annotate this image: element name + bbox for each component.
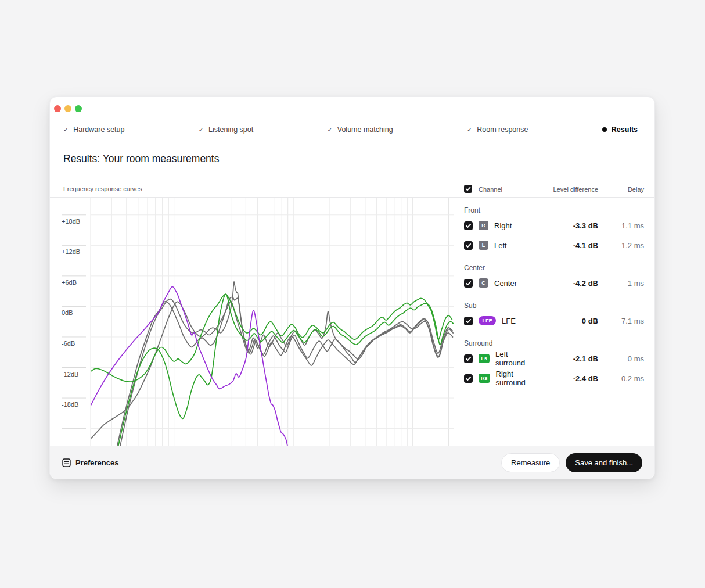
- channel-checkbox[interactable]: [464, 354, 473, 363]
- response-curve-lfe: [91, 286, 290, 446]
- stepper-connector-line: [132, 130, 190, 130]
- y-axis-label: 0dB: [62, 309, 73, 316]
- wizard-stepper: ✓Hardware setup✓Listening spot✓Volume ma…: [50, 120, 654, 139]
- channel-level-difference: -2.4 dB: [543, 374, 598, 383]
- channel-row-left-surround[interactable]: LsLeft surround-2.1 dB0 ms: [454, 349, 654, 368]
- step-done-check-icon: ✓: [328, 127, 333, 133]
- preferences-label: Preferences: [75, 458, 118, 467]
- channel-badge: L: [479, 241, 488, 250]
- channel-checkbox[interactable]: [464, 241, 473, 250]
- footer-bar: Preferences Remeasure Save and finish...: [50, 446, 654, 479]
- y-axis-label: -18dB: [62, 401, 78, 408]
- step-done-check-icon: ✓: [63, 127, 69, 133]
- save-and-finish-button[interactable]: Save and finish...: [566, 453, 642, 472]
- channel-delay: 0 ms: [604, 354, 644, 363]
- frequency-response-panel: Frequency response curves +18dB+12dB+6dB…: [50, 181, 454, 446]
- channel-name: Left surround: [495, 350, 537, 367]
- step-label: Results: [612, 126, 638, 134]
- step-label: Volume matching: [337, 126, 393, 134]
- channels-panel: Channel Level difference Delay FrontRRig…: [454, 181, 654, 446]
- remeasure-button[interactable]: Remeasure: [501, 453, 560, 472]
- chart-panel-header: Frequency response curves: [50, 181, 454, 198]
- step-label: Hardware setup: [73, 126, 124, 134]
- stepper-step-room-response[interactable]: ✓Room response: [467, 126, 528, 134]
- channels-table-header: Channel Level difference Delay: [454, 181, 654, 198]
- channel-name: Right surround: [496, 370, 537, 387]
- footer-actions: Remeasure Save and finish...: [501, 453, 642, 472]
- channel-badge: C: [479, 278, 488, 288]
- channel-group-title-front: Front: [454, 198, 654, 216]
- channel-delay: 1.1 ms: [604, 221, 644, 230]
- window-zoom-button[interactable]: [75, 105, 82, 112]
- level-difference-column-header: Level difference: [543, 186, 598, 193]
- channel-delay: 7.1 ms: [604, 317, 644, 325]
- channel-badge: LFE: [479, 316, 496, 325]
- window-close-button[interactable]: [54, 105, 61, 112]
- channel-checkbox[interactable]: [464, 221, 473, 230]
- stepper-connector-line: [261, 130, 319, 130]
- channel-level-difference: -4.2 dB: [543, 279, 598, 288]
- y-axis-label: +18dB: [62, 218, 80, 225]
- y-axis-label: -12dB: [62, 370, 78, 377]
- channel-row-left[interactable]: LLeft-4.1 dB1.2 ms: [454, 235, 654, 255]
- window-minimize-button[interactable]: [64, 105, 71, 112]
- select-all-checkbox[interactable]: [464, 185, 473, 193]
- channel-badge: Rs: [479, 374, 490, 383]
- channel-name: Left: [494, 241, 537, 250]
- channel-delay: 1.2 ms: [604, 241, 644, 250]
- stepper-step-hardware-setup[interactable]: ✓Hardware setup: [63, 126, 124, 134]
- channel-row-right[interactable]: RRight-3.3 dB1.1 ms: [454, 216, 654, 235]
- step-current-dot-icon: [602, 127, 607, 132]
- stepper-connector-line: [401, 130, 459, 130]
- channel-name: LFE: [502, 317, 537, 325]
- channel-row-right-surround[interactable]: RsRight surround-2.4 dB0.2 ms: [454, 368, 654, 388]
- stepper-step-results[interactable]: Results: [602, 126, 638, 134]
- chart-panel-title: Frequency response curves: [63, 185, 142, 192]
- y-axis-label: +6dB: [62, 279, 77, 286]
- channel-group-title-center: Center: [454, 255, 654, 273]
- channel-checkbox[interactable]: [464, 374, 473, 383]
- channel-level-difference: -2.1 dB: [543, 354, 598, 363]
- channel-row-center[interactable]: CCenter-4.2 dB1 ms: [454, 273, 654, 293]
- response-curve-rs: [117, 294, 454, 446]
- step-label: Listening spot: [208, 126, 253, 134]
- window-titlebar: [50, 97, 654, 120]
- stepper-step-volume-matching[interactable]: ✓Volume matching: [328, 126, 393, 134]
- y-axis-label: +12dB: [62, 248, 80, 255]
- channel-level-difference: -3.3 dB: [543, 221, 598, 230]
- channel-column-header: Channel: [479, 186, 537, 193]
- preferences-button[interactable]: Preferences: [62, 458, 118, 467]
- channel-checkbox[interactable]: [464, 279, 473, 288]
- delay-column-header: Delay: [604, 186, 644, 193]
- channel-delay: 0.2 ms: [604, 374, 644, 383]
- y-axis-label: -6dB: [62, 340, 75, 347]
- channel-delay: 1 ms: [604, 279, 644, 288]
- channel-level-difference: 0 dB: [543, 317, 598, 325]
- step-done-check-icon: ✓: [199, 127, 204, 133]
- response-curve-c: [91, 282, 452, 439]
- channel-badge: R: [479, 221, 488, 230]
- stepper-connector-line: [536, 130, 594, 130]
- channel-level-difference: -4.1 dB: [543, 241, 598, 250]
- page-title: Results: Your room measurements: [63, 152, 654, 166]
- channel-checkbox[interactable]: [464, 317, 473, 325]
- step-done-check-icon: ✓: [467, 127, 472, 133]
- response-curve-l: [120, 299, 453, 446]
- channel-group-title-sub: Sub: [454, 293, 654, 311]
- step-label: Room response: [477, 126, 528, 134]
- frequency-response-chart: +18dB+12dB+6dB0dB-6dB-12dB-18dB: [50, 198, 454, 446]
- channel-badge: Ls: [479, 354, 490, 363]
- app-window: ✓Hardware setup✓Listening spot✓Volume ma…: [49, 96, 655, 479]
- channel-group-title-surround: Surround: [454, 331, 654, 349]
- channel-name: Right: [494, 221, 537, 230]
- preferences-icon: [62, 458, 71, 467]
- main-content: Frequency response curves +18dB+12dB+6dB…: [50, 181, 654, 446]
- channel-row-lfe[interactable]: LFELFE0 dB7.1 ms: [454, 311, 654, 331]
- channel-groups: FrontRRight-3.3 dB1.1 msLLeft-4.1 dB1.2 …: [454, 198, 654, 388]
- channel-name: Center: [494, 279, 537, 288]
- stepper-step-listening-spot[interactable]: ✓Listening spot: [199, 126, 253, 134]
